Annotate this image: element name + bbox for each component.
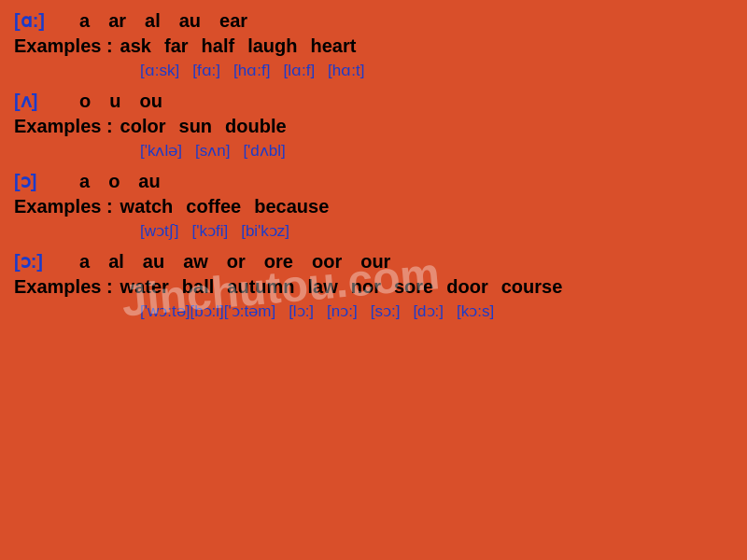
spelling-2-ou: ou bbox=[139, 91, 162, 112]
spelling-1-a: a bbox=[79, 10, 90, 32]
symbol-row-1: [ɑ:] a ar al au ear bbox=[14, 9, 733, 32]
example-1-half: half bbox=[202, 35, 235, 57]
example-4-law: law bbox=[308, 276, 338, 298]
phonetic-4-law: [lɔ:] bbox=[289, 301, 314, 321]
examples-row-1: Examples : ask far half laugh heart bbox=[14, 35, 733, 57]
spelling-1-ar: ar bbox=[108, 10, 126, 32]
phonetic-4-course: [kɔ:s] bbox=[457, 301, 494, 321]
phonetic-3-because: [bi'kɔz] bbox=[241, 221, 289, 241]
example-2-color: color bbox=[120, 116, 166, 137]
phonetic-symbol-2: [ʌ] bbox=[14, 90, 79, 112]
examples-label-1: Examples : bbox=[14, 35, 113, 57]
spelling-4-au: au bbox=[143, 251, 164, 273]
example-3-coffee: coffee bbox=[186, 196, 241, 217]
phonetic-1-half: [hɑ:f] bbox=[233, 61, 270, 80]
example-2-double: double bbox=[225, 116, 287, 137]
example-3-watch: watch bbox=[120, 196, 174, 217]
spelling-2-u: u bbox=[109, 91, 120, 112]
main-content: [ɑ:] a ar al au ear Examples : ask far h… bbox=[0, 0, 747, 340]
phonetic-row-4: ['wɔ:tə][bɔ:l]['ɔ:təm] [lɔ:] [nɔ:] [sɔ:]… bbox=[140, 301, 733, 321]
example-1-laugh: laugh bbox=[247, 35, 297, 57]
spelling-1-al: al bbox=[145, 10, 161, 32]
spelling-4-a: a bbox=[79, 251, 90, 273]
section-lambda: [ʌ] o u ou Examples : color sun double [… bbox=[14, 90, 733, 161]
phonetic-symbol-3: [ɔ] bbox=[14, 170, 79, 192]
spelling-4-oor: oor bbox=[312, 251, 342, 273]
phonetic-1-laugh: [lɑ:f] bbox=[283, 61, 315, 80]
example-1-ask: ask bbox=[120, 35, 151, 57]
spelling-4-or: or bbox=[227, 251, 246, 273]
phonetic-row-2: ['kʌlə] [sʌn] ['dʌbl] bbox=[140, 141, 733, 161]
examples-row-2: Examples : color sun double bbox=[14, 116, 733, 137]
section-open-o: [ɔ] a o au Examples : watch coffee becau… bbox=[14, 170, 733, 241]
spelling-3-au: au bbox=[138, 171, 160, 192]
symbol-row-4: [ɔ:] a al au aw or ore oor our bbox=[14, 250, 733, 273]
symbol-row-2: [ʌ] o u ou bbox=[14, 90, 733, 112]
spelling-1-ear: ear bbox=[219, 10, 247, 32]
section-alpha-long: [ɑ:] a ar al au ear Examples : ask far h… bbox=[14, 9, 733, 80]
spelling-3-o: o bbox=[108, 171, 120, 192]
phonetic-1-ask: [ɑ:sk] bbox=[140, 61, 179, 80]
phonetic-row-1: [ɑ:sk] [fɑ:] [hɑ:f] [lɑ:f] [hɑ:t] bbox=[140, 61, 733, 80]
section-open-o-long: [ɔ:] a al au aw or ore oor our Examples … bbox=[14, 250, 733, 321]
phonetic-2-sun: [sʌn] bbox=[195, 141, 230, 161]
symbol-row-3: [ɔ] a o au bbox=[14, 170, 733, 192]
spelling-4-ore: ore bbox=[264, 251, 293, 273]
phonetic-4-nor: [nɔ:] bbox=[327, 301, 358, 321]
phonetic-symbol-4: [ɔ:] bbox=[14, 250, 79, 273]
phonetic-2-double: ['dʌbl] bbox=[243, 141, 285, 161]
phonetic-3-watch: [wɔtʃ] bbox=[140, 221, 178, 241]
example-4-course: course bbox=[501, 276, 563, 298]
spelling-4-al: al bbox=[108, 251, 124, 273]
spelling-1-au: au bbox=[179, 10, 201, 32]
phonetic-row-3: [wɔtʃ] ['kɔfi] [bi'kɔz] bbox=[140, 221, 733, 241]
phonetic-1-heart: [hɑ:t] bbox=[328, 61, 364, 80]
phonetic-4-sore: [sɔ:] bbox=[371, 301, 401, 321]
examples-label-2: Examples : bbox=[14, 116, 113, 137]
example-4-ball: ball bbox=[182, 276, 214, 298]
example-4-water: water bbox=[120, 276, 169, 298]
example-1-far: far bbox=[164, 35, 189, 57]
spelling-3-a: a bbox=[79, 171, 90, 192]
spelling-4-aw: aw bbox=[183, 251, 208, 273]
example-4-autumn: autumn bbox=[227, 276, 294, 298]
example-3-because: because bbox=[254, 196, 329, 217]
example-4-sore: sore bbox=[394, 276, 433, 298]
examples-row-3: Examples : watch coffee because bbox=[14, 196, 733, 217]
phonetic-2-color: ['kʌlə] bbox=[140, 141, 182, 161]
spelling-4-our: our bbox=[360, 251, 390, 273]
examples-row-4: Examples : water ball autumn law nor sor… bbox=[14, 276, 733, 298]
phonetic-1-far: [fɑ:] bbox=[192, 61, 220, 80]
examples-label-4: Examples : bbox=[14, 276, 113, 298]
phonetic-3-coffee: ['kɔfi] bbox=[191, 221, 228, 241]
phonetic-symbol-1: [ɑ:] bbox=[14, 9, 79, 32]
spelling-2-o: o bbox=[79, 91, 91, 112]
example-1-heart: heart bbox=[310, 35, 356, 57]
example-2-sun: sun bbox=[179, 116, 213, 137]
examples-label-3: Examples : bbox=[14, 196, 113, 217]
example-4-nor: nor bbox=[351, 276, 381, 298]
phonetic-4-door: [dɔ:] bbox=[413, 301, 444, 321]
phonetic-4-water: ['wɔ:tə][bɔ:l]['ɔ:təm] bbox=[140, 301, 275, 321]
example-4-door: door bbox=[446, 276, 487, 298]
